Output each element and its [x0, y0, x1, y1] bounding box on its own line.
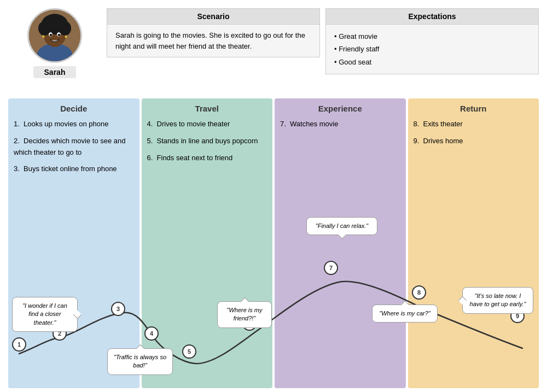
col-decide: Decide 1. Looks up movies on phone 2. De… [8, 98, 139, 388]
expectations-box: Expectations Great movie Friendly staff … [325, 8, 539, 74]
step-8: 8. Exits theater [414, 119, 534, 130]
step-7: 7. Watches movie [280, 119, 400, 130]
col-experience: Experience 7. Watches movie [275, 98, 406, 388]
step-1: 1. Looks up movies on phone [14, 119, 134, 130]
expectations-list: Great movie Friendly staff Good seat [334, 30, 530, 68]
speech-bubble-9: "It's so late now. I have to get up earl… [462, 287, 533, 314]
expectation-item-1: Great movie [334, 30, 530, 43]
scenario-header: Scenario [107, 9, 319, 25]
svg-point-11 [58, 34, 61, 37]
scenario-text: Sarah is going to the movies. She is exc… [107, 25, 319, 57]
step-circle-1: 1 [12, 337, 26, 352]
avatar-area: Sarah [8, 8, 101, 78]
step-circle-5: 5 [182, 344, 196, 359]
speech-bubble-4: "Traffic is always so bad!" [107, 348, 173, 375]
col-travel-header: Travel [147, 104, 267, 113]
svg-point-13 [65, 36, 67, 38]
top-section: Sarah Scenario Sarah is going to the mov… [8, 8, 539, 93]
expectation-item-2: Friendly staff [334, 43, 530, 55]
step-circle-8: 8 [412, 285, 426, 300]
step-2: 2. Decides which movie to see and which … [14, 136, 134, 159]
step-circle-7: 7 [324, 261, 338, 275]
journey-row: Decide 1. Looks up movies on phone 2. De… [8, 98, 539, 388]
speech-bubble-6: "Where is my friend?!" [217, 301, 272, 328]
step-circle-3: 3 [111, 302, 125, 316]
step-3: 3. Buys ticket online from phone [14, 163, 134, 175]
step-4: 4. Drives to movie theater [147, 119, 267, 130]
col-decide-header: Decide [14, 104, 134, 113]
col-return: Return 8. Exits theater 9. Drives home [408, 98, 539, 388]
col-experience-header: Experience [280, 104, 400, 113]
expectations-header: Expectations [326, 9, 538, 25]
experience-steps: 7. Watches movie [280, 119, 400, 130]
travel-steps: 4. Drives to movie theater 5. Stands in … [147, 119, 267, 163]
col-return-header: Return [414, 104, 534, 113]
persona-name: Sarah [33, 66, 77, 78]
expectation-item-3: Good seat [334, 56, 530, 68]
svg-point-7 [43, 14, 66, 31]
svg-point-10 [50, 34, 53, 37]
return-steps: 8. Exits theater 9. Drives home [414, 119, 534, 147]
speech-bubble-7: "Finally I can relax." [306, 217, 377, 235]
svg-point-12 [42, 36, 45, 38]
step-5: 5. Stands in line and buys popcorn [147, 136, 267, 147]
step-6: 6. Finds seat next to friend [147, 153, 267, 164]
expectations-body: Great movie Friendly staff Good seat [326, 25, 538, 74]
speech-bubble-1: "I wonder if I can find a closer theater… [12, 297, 78, 332]
scenario-box: Scenario Sarah is going to the movies. S… [107, 8, 320, 57]
decide-steps: 1. Looks up movies on phone 2. Decides w… [14, 119, 134, 175]
page: Sarah Scenario Sarah is going to the mov… [0, 0, 547, 392]
col-travel: Travel 4. Drives to movie theater 5. Sta… [142, 98, 273, 388]
step-9: 9. Drives home [414, 136, 534, 147]
speech-bubble-8: "Where is my car?" [372, 305, 438, 323]
avatar [27, 8, 82, 63]
step-circle-4: 4 [144, 326, 159, 341]
